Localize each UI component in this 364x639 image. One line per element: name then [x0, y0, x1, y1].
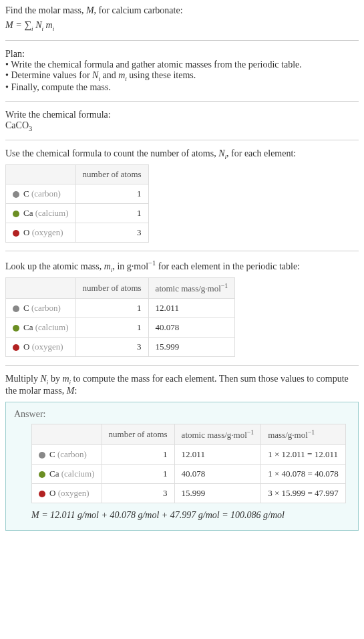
- element-name: (carbon): [31, 303, 61, 313]
- mass-header-prefix: atomic mass/g·mol: [156, 283, 221, 293]
- table-header-row: number of atoms: [6, 165, 149, 184]
- formula-text: CaCO: [5, 120, 29, 130]
- answer-box: Answer: number of atoms atomic mass/g·mo…: [5, 402, 359, 531]
- divider: [5, 365, 359, 366]
- answer-label: Answer:: [14, 409, 350, 420]
- element-name: (calcium): [35, 322, 69, 332]
- step4-block: Multiply Ni by mi to compute the mass fo…: [5, 374, 359, 396]
- atom-count: 3: [75, 223, 148, 243]
- element-name: (calcium): [35, 208, 69, 218]
- element-name: (oxygen): [58, 488, 89, 498]
- step2-block: Use the chemical formula to count the nu…: [5, 148, 359, 243]
- calcium-dot-icon: [13, 211, 19, 217]
- element-cell: O (oxygen): [32, 484, 102, 503]
- col-header-atoms: number of atoms: [75, 277, 148, 298]
- empty-header: [32, 424, 102, 444]
- table-row: Ca (calcium) 1 40.078: [6, 317, 235, 337]
- table-header-row: number of atoms atomic mass/g·mol−1: [6, 277, 235, 298]
- element-symbol: O: [23, 227, 29, 237]
- table-row: O (oxygen) 3 15.999 3 × 15.999 = 47.997: [32, 484, 346, 503]
- step3-heading-mid: , in g·mol: [112, 261, 148, 271]
- intro-var: M: [86, 5, 94, 15]
- table-row: Ca (calcium) 1 40.078 1 × 40.078 = 40.07…: [32, 465, 346, 484]
- mass-calc: 1 × 12.011 = 12.011: [261, 445, 346, 465]
- element-symbol: O: [49, 488, 55, 498]
- atom-count: 1: [102, 465, 174, 484]
- element-symbol: Ca: [23, 208, 33, 218]
- step4-prefix: Multiply: [5, 374, 41, 384]
- mass-header-exp: −1: [221, 282, 228, 289]
- step2-heading-suffix: , for each element:: [226, 148, 296, 158]
- step3-heading: Look up the atomic mass, mi, in g·mol−1 …: [5, 259, 359, 273]
- atomic-mass: 15.999: [148, 337, 235, 356]
- element-name: (carbon): [31, 188, 61, 199]
- element-symbol: Ca: [23, 322, 33, 332]
- table-row: O (oxygen) 3 15.999: [6, 337, 235, 356]
- col-header-atoms: number of atoms: [102, 424, 174, 444]
- step1-heading: Write the chemical formula:: [5, 110, 359, 120]
- carbon-dot-icon: [39, 452, 45, 459]
- atom-count: 3: [75, 337, 148, 356]
- atomic-mass-table: number of atoms atomic mass/g·mol−1 C (c…: [5, 277, 235, 357]
- step2-heading-prefix: Use the chemical formula to count the nu…: [5, 148, 218, 158]
- step3-heading-prefix: Look up the atomic mass,: [5, 261, 104, 271]
- table-row: O (oxygen) 3: [6, 223, 149, 243]
- atom-count: 1: [75, 184, 148, 204]
- element-cell: Ca (calcium): [6, 204, 76, 223]
- element-cell: C (carbon): [6, 298, 76, 317]
- element-cell: C (carbon): [6, 184, 76, 204]
- element-name: (oxygen): [32, 227, 63, 237]
- calcium-dot-icon: [13, 325, 19, 332]
- formula-sub: 3: [29, 124, 32, 132]
- oxygen-dot-icon: [13, 344, 19, 351]
- plan-block: Plan: • Write the chemical formula and g…: [5, 49, 359, 93]
- step4-var-M: M: [67, 386, 75, 396]
- carbon-dot-icon: [13, 305, 19, 312]
- atom-count-table: number of atoms C (carbon) 1 Ca (calcium…: [5, 164, 149, 243]
- intro-block: Find the molar mass, M, for calcium carb…: [5, 5, 359, 32]
- element-name: (carbon): [57, 449, 87, 459]
- step1-block: Write the chemical formula: CaCO3: [5, 110, 359, 132]
- table-header-row: number of atoms atomic mass/g·mol−1 mass…: [32, 424, 346, 444]
- col-header-mass: atomic mass/g·mol−1: [148, 277, 235, 298]
- element-name: (oxygen): [32, 342, 63, 352]
- atom-count: 1: [75, 204, 148, 223]
- element-cell: Ca (calcium): [6, 317, 76, 337]
- intro-prefix: Find the molar mass,: [5, 5, 86, 15]
- molar-mass-formula: M = ∑i Ni mi: [5, 19, 359, 32]
- element-symbol: C: [23, 188, 29, 199]
- atom-count: 1: [75, 298, 148, 317]
- element-cell: O (oxygen): [6, 337, 76, 356]
- table-row: Ca (calcium) 1: [6, 204, 149, 223]
- empty-header: [6, 165, 76, 184]
- oxygen-dot-icon: [13, 230, 19, 237]
- atomic-mass: 40.078: [148, 317, 235, 337]
- empty-header: [6, 277, 76, 298]
- table-row: C (carbon) 1 12.011: [6, 298, 235, 317]
- atomic-mass: 15.999: [174, 484, 261, 503]
- mass-calc: 3 × 15.999 = 47.997: [261, 484, 346, 503]
- calcium-dot-icon: [39, 471, 45, 478]
- intro-text: Find the molar mass, M, for calcium carb…: [5, 5, 183, 15]
- element-cell: Ca (calcium): [32, 465, 102, 484]
- divider: [5, 251, 359, 251]
- step3-block: Look up the atomic mass, mi, in g·mol−1 …: [5, 259, 359, 357]
- atomic-mass: 12.011: [174, 445, 261, 465]
- answer-table: number of atoms atomic mass/g·mol−1 mass…: [31, 424, 346, 503]
- divider: [5, 40, 359, 41]
- divider: [5, 101, 359, 102]
- amass-header-prefix: atomic mass/g·mol: [182, 430, 247, 440]
- step4-heading: Multiply Ni by mi to compute the mass fo…: [5, 374, 359, 396]
- final-answer: M = 12.011 g/mol + 40.078 g/mol + 47.997…: [31, 510, 350, 521]
- mass-header-exp: −1: [308, 428, 315, 436]
- oxygen-dot-icon: [39, 491, 45, 497]
- mass-header-prefix: mass/g·mol: [268, 430, 308, 440]
- element-symbol: Ca: [49, 469, 59, 479]
- step3-heading-exp: −1: [148, 259, 156, 267]
- element-name: (calcium): [61, 469, 95, 479]
- plan-item: • Determine values for Ni and mi using t…: [5, 70, 359, 82]
- element-symbol: O: [23, 342, 29, 352]
- atomic-mass: 12.011: [148, 298, 235, 317]
- mass-calc: 1 × 40.078 = 40.078: [261, 465, 346, 484]
- atom-count: 3: [102, 484, 174, 503]
